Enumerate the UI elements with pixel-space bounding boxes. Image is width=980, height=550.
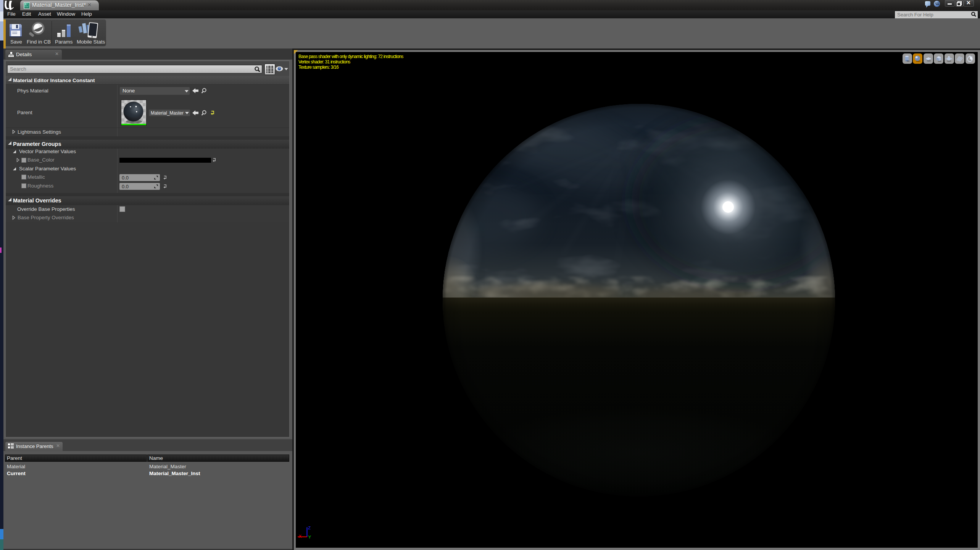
svg-text:Z: Z xyxy=(308,526,311,530)
svg-text:Vertex shader: 31 instructions: Vertex shader: 31 instructions xyxy=(298,59,350,65)
svg-text:X: X xyxy=(299,534,302,539)
svg-text:Y: Y xyxy=(308,535,311,539)
svg-text:Base pass shader with only dyn: Base pass shader with only dynamic light… xyxy=(298,54,403,59)
svg-text:Texture samplers: 3/16: Texture samplers: 3/16 xyxy=(298,65,339,70)
